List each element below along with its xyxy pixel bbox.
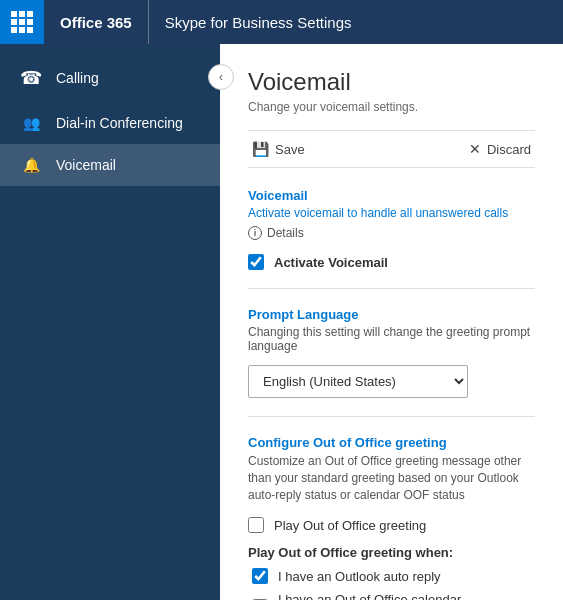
- sidebar-item-calling[interactable]: ☎ Calling: [0, 54, 220, 102]
- oof-title: Configure Out of Office greeting: [248, 435, 535, 450]
- discard-button[interactable]: ✕ Discard: [465, 139, 535, 159]
- prompt-lang-desc: Changing this setting will change the gr…: [248, 325, 535, 353]
- page-title-header: Skype for Business Settings: [149, 14, 352, 31]
- sidebar-label-dialin: Dial-in Conferencing: [56, 115, 183, 131]
- dialin-icon: 👥: [20, 115, 42, 131]
- office-brand: Office 365: [44, 0, 149, 44]
- voicemail-subtitle: Change your voicemail settings.: [248, 100, 535, 114]
- oof-desc: Customize an Out of Office greeting mess…: [248, 453, 535, 503]
- voicemail-section: Voicemail Activate voicemail to handle a…: [248, 188, 535, 270]
- sidebar-item-voicemail[interactable]: 🔔 Voicemail: [0, 144, 220, 186]
- oof-section: Configure Out of Office greeting Customi…: [248, 435, 535, 600]
- oof-sub-row-1: I have an Out of Office calendar appoint…: [248, 592, 535, 600]
- prompt-lang-label: Prompt Language: [248, 307, 535, 322]
- collapse-button[interactable]: ‹: [208, 64, 234, 90]
- oof-when-label: Play Out of Office greeting when:: [248, 545, 535, 560]
- save-icon: 💾: [252, 141, 269, 157]
- prompt-language-section: Prompt Language Changing this setting wi…: [248, 307, 535, 398]
- voicemail-section-desc: Activate voicemail to handle all unanswe…: [248, 206, 535, 220]
- voicemail-icon: 🔔: [20, 157, 42, 173]
- voicemail-section-label: Voicemail: [248, 188, 535, 203]
- activate-voicemail-label: Activate Voicemail: [274, 255, 388, 270]
- save-button[interactable]: 💾 Save: [248, 139, 309, 159]
- discard-icon: ✕: [469, 141, 481, 157]
- language-dropdown-wrap: English (United States) English (United …: [248, 365, 535, 398]
- save-label: Save: [275, 142, 305, 157]
- play-oof-checkbox[interactable]: [248, 517, 264, 533]
- content-area: Voicemail Change your voicemail settings…: [220, 44, 563, 600]
- oof-sub-row-0: I have an Outlook auto reply: [248, 568, 535, 584]
- discard-label: Discard: [487, 142, 531, 157]
- play-oof-label: Play Out of Office greeting: [274, 518, 426, 533]
- oof-calendar-label: I have an Out of Office calendar appoint…: [278, 592, 535, 600]
- sidebar: ‹ ☎ Calling 👥 Dial-in Conferencing 🔔 Voi…: [0, 44, 220, 600]
- toolbar: 💾 Save ✕ Discard: [248, 130, 535, 168]
- info-icon: i: [248, 226, 262, 240]
- oof-outlook-reply-checkbox[interactable]: [252, 568, 268, 584]
- oof-outlook-reply-label: I have an Outlook auto reply: [278, 569, 441, 584]
- voicemail-title: Voicemail: [248, 68, 535, 96]
- calling-icon: ☎: [20, 67, 42, 89]
- details-link[interactable]: i Details: [248, 226, 535, 240]
- activate-voicemail-row: Activate Voicemail: [248, 254, 535, 270]
- activate-voicemail-checkbox[interactable]: [248, 254, 264, 270]
- play-oof-row: Play Out of Office greeting: [248, 517, 535, 533]
- divider-1: [248, 288, 535, 289]
- sidebar-item-dialin[interactable]: 👥 Dial-in Conferencing: [0, 102, 220, 144]
- sidebar-label-voicemail: Voicemail: [56, 157, 116, 173]
- language-dropdown[interactable]: English (United States) English (United …: [248, 365, 468, 398]
- divider-2: [248, 416, 535, 417]
- sidebar-label-calling: Calling: [56, 70, 99, 86]
- grid-icon[interactable]: [0, 0, 44, 44]
- top-bar: Office 365 Skype for Business Settings: [0, 0, 563, 44]
- details-label: Details: [267, 226, 304, 240]
- main-layout: ‹ ☎ Calling 👥 Dial-in Conferencing 🔔 Voi…: [0, 44, 563, 600]
